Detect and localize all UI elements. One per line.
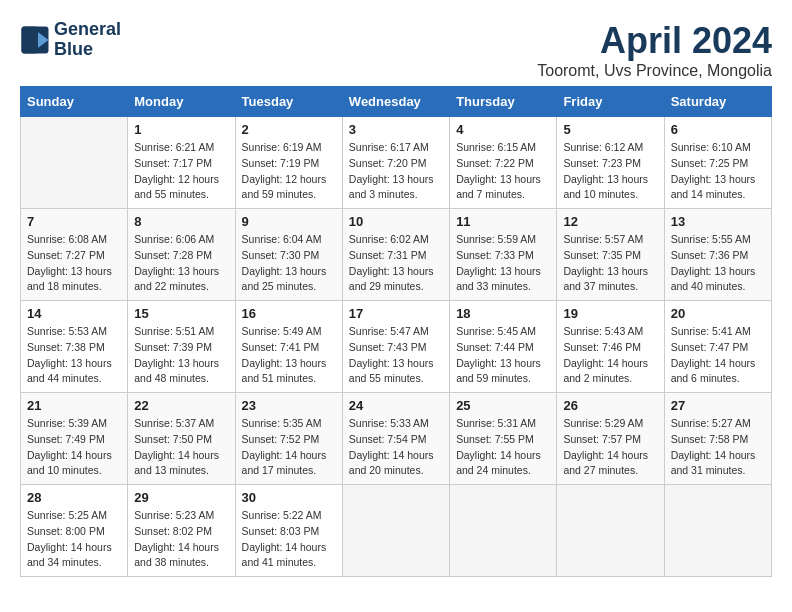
calendar-cell: 16Sunrise: 5:49 AM Sunset: 7:41 PM Dayli… [235, 301, 342, 393]
calendar-week-row: 7Sunrise: 6:08 AM Sunset: 7:27 PM Daylig… [21, 209, 772, 301]
day-number: 24 [349, 398, 443, 413]
day-info: Sunrise: 6:02 AM Sunset: 7:31 PM Dayligh… [349, 232, 443, 295]
weekday-header: Saturday [664, 87, 771, 117]
calendar-week-row: 21Sunrise: 5:39 AM Sunset: 7:49 PM Dayli… [21, 393, 772, 485]
day-info: Sunrise: 5:51 AM Sunset: 7:39 PM Dayligh… [134, 324, 228, 387]
calendar-cell [450, 485, 557, 577]
calendar-cell: 3Sunrise: 6:17 AM Sunset: 7:20 PM Daylig… [342, 117, 449, 209]
day-number: 16 [242, 306, 336, 321]
day-number: 11 [456, 214, 550, 229]
day-number: 3 [349, 122, 443, 137]
day-number: 26 [563, 398, 657, 413]
calendar-cell: 19Sunrise: 5:43 AM Sunset: 7:46 PM Dayli… [557, 301, 664, 393]
calendar-cell: 30Sunrise: 5:22 AM Sunset: 8:03 PM Dayli… [235, 485, 342, 577]
calendar-cell: 7Sunrise: 6:08 AM Sunset: 7:27 PM Daylig… [21, 209, 128, 301]
day-number: 30 [242, 490, 336, 505]
location-title: Tooromt, Uvs Province, Mongolia [537, 62, 772, 80]
day-info: Sunrise: 5:55 AM Sunset: 7:36 PM Dayligh… [671, 232, 765, 295]
logo-text: General Blue [54, 20, 121, 60]
day-number: 7 [27, 214, 121, 229]
calendar-cell: 2Sunrise: 6:19 AM Sunset: 7:19 PM Daylig… [235, 117, 342, 209]
weekday-header: Monday [128, 87, 235, 117]
calendar-cell: 1Sunrise: 6:21 AM Sunset: 7:17 PM Daylig… [128, 117, 235, 209]
calendar-cell: 26Sunrise: 5:29 AM Sunset: 7:57 PM Dayli… [557, 393, 664, 485]
day-number: 9 [242, 214, 336, 229]
calendar-cell: 22Sunrise: 5:37 AM Sunset: 7:50 PM Dayli… [128, 393, 235, 485]
day-info: Sunrise: 6:10 AM Sunset: 7:25 PM Dayligh… [671, 140, 765, 203]
day-number: 8 [134, 214, 228, 229]
day-info: Sunrise: 5:59 AM Sunset: 7:33 PM Dayligh… [456, 232, 550, 295]
day-number: 12 [563, 214, 657, 229]
calendar-cell: 15Sunrise: 5:51 AM Sunset: 7:39 PM Dayli… [128, 301, 235, 393]
day-number: 20 [671, 306, 765, 321]
weekday-header: Friday [557, 87, 664, 117]
day-info: Sunrise: 6:08 AM Sunset: 7:27 PM Dayligh… [27, 232, 121, 295]
day-info: Sunrise: 5:49 AM Sunset: 7:41 PM Dayligh… [242, 324, 336, 387]
day-number: 6 [671, 122, 765, 137]
logo: General Blue [20, 20, 121, 60]
day-info: Sunrise: 5:29 AM Sunset: 7:57 PM Dayligh… [563, 416, 657, 479]
day-number: 19 [563, 306, 657, 321]
day-number: 29 [134, 490, 228, 505]
day-number: 18 [456, 306, 550, 321]
calendar-cell: 11Sunrise: 5:59 AM Sunset: 7:33 PM Dayli… [450, 209, 557, 301]
day-number: 25 [456, 398, 550, 413]
day-info: Sunrise: 5:41 AM Sunset: 7:47 PM Dayligh… [671, 324, 765, 387]
calendar-cell: 17Sunrise: 5:47 AM Sunset: 7:43 PM Dayli… [342, 301, 449, 393]
calendar-cell [557, 485, 664, 577]
weekday-header: Sunday [21, 87, 128, 117]
day-info: Sunrise: 5:37 AM Sunset: 7:50 PM Dayligh… [134, 416, 228, 479]
day-info: Sunrise: 5:25 AM Sunset: 8:00 PM Dayligh… [27, 508, 121, 571]
calendar-cell [664, 485, 771, 577]
calendar-cell: 5Sunrise: 6:12 AM Sunset: 7:23 PM Daylig… [557, 117, 664, 209]
calendar-cell: 4Sunrise: 6:15 AM Sunset: 7:22 PM Daylig… [450, 117, 557, 209]
calendar-cell: 25Sunrise: 5:31 AM Sunset: 7:55 PM Dayli… [450, 393, 557, 485]
day-number: 22 [134, 398, 228, 413]
day-number: 17 [349, 306, 443, 321]
day-info: Sunrise: 5:39 AM Sunset: 7:49 PM Dayligh… [27, 416, 121, 479]
day-info: Sunrise: 5:31 AM Sunset: 7:55 PM Dayligh… [456, 416, 550, 479]
calendar-cell: 24Sunrise: 5:33 AM Sunset: 7:54 PM Dayli… [342, 393, 449, 485]
calendar-cell: 18Sunrise: 5:45 AM Sunset: 7:44 PM Dayli… [450, 301, 557, 393]
day-info: Sunrise: 5:45 AM Sunset: 7:44 PM Dayligh… [456, 324, 550, 387]
calendar-cell [21, 117, 128, 209]
day-number: 27 [671, 398, 765, 413]
calendar-cell: 13Sunrise: 5:55 AM Sunset: 7:36 PM Dayli… [664, 209, 771, 301]
calendar-week-row: 28Sunrise: 5:25 AM Sunset: 8:00 PM Dayli… [21, 485, 772, 577]
calendar-cell: 6Sunrise: 6:10 AM Sunset: 7:25 PM Daylig… [664, 117, 771, 209]
day-info: Sunrise: 5:33 AM Sunset: 7:54 PM Dayligh… [349, 416, 443, 479]
svg-rect-2 [22, 26, 39, 53]
day-info: Sunrise: 5:23 AM Sunset: 8:02 PM Dayligh… [134, 508, 228, 571]
calendar-cell: 8Sunrise: 6:06 AM Sunset: 7:28 PM Daylig… [128, 209, 235, 301]
day-number: 28 [27, 490, 121, 505]
day-info: Sunrise: 6:06 AM Sunset: 7:28 PM Dayligh… [134, 232, 228, 295]
month-title: April 2024 [537, 20, 772, 62]
day-number: 10 [349, 214, 443, 229]
calendar-cell: 14Sunrise: 5:53 AM Sunset: 7:38 PM Dayli… [21, 301, 128, 393]
calendar-week-row: 1Sunrise: 6:21 AM Sunset: 7:17 PM Daylig… [21, 117, 772, 209]
day-info: Sunrise: 5:43 AM Sunset: 7:46 PM Dayligh… [563, 324, 657, 387]
day-info: Sunrise: 6:04 AM Sunset: 7:30 PM Dayligh… [242, 232, 336, 295]
day-info: Sunrise: 5:47 AM Sunset: 7:43 PM Dayligh… [349, 324, 443, 387]
calendar-cell: 28Sunrise: 5:25 AM Sunset: 8:00 PM Dayli… [21, 485, 128, 577]
day-number: 4 [456, 122, 550, 137]
calendar-cell: 12Sunrise: 5:57 AM Sunset: 7:35 PM Dayli… [557, 209, 664, 301]
calendar-cell: 10Sunrise: 6:02 AM Sunset: 7:31 PM Dayli… [342, 209, 449, 301]
weekday-header-row: SundayMondayTuesdayWednesdayThursdayFrid… [21, 87, 772, 117]
day-info: Sunrise: 6:19 AM Sunset: 7:19 PM Dayligh… [242, 140, 336, 203]
weekday-header: Thursday [450, 87, 557, 117]
calendar-cell: 21Sunrise: 5:39 AM Sunset: 7:49 PM Dayli… [21, 393, 128, 485]
logo-icon [20, 25, 50, 55]
day-number: 13 [671, 214, 765, 229]
day-info: Sunrise: 6:21 AM Sunset: 7:17 PM Dayligh… [134, 140, 228, 203]
day-info: Sunrise: 5:53 AM Sunset: 7:38 PM Dayligh… [27, 324, 121, 387]
calendar-cell [342, 485, 449, 577]
calendar-cell: 23Sunrise: 5:35 AM Sunset: 7:52 PM Dayli… [235, 393, 342, 485]
day-number: 1 [134, 122, 228, 137]
day-info: Sunrise: 6:12 AM Sunset: 7:23 PM Dayligh… [563, 140, 657, 203]
calendar-week-row: 14Sunrise: 5:53 AM Sunset: 7:38 PM Dayli… [21, 301, 772, 393]
title-block: April 2024 Tooromt, Uvs Province, Mongol… [537, 20, 772, 80]
day-info: Sunrise: 6:17 AM Sunset: 7:20 PM Dayligh… [349, 140, 443, 203]
day-info: Sunrise: 5:27 AM Sunset: 7:58 PM Dayligh… [671, 416, 765, 479]
calendar-cell: 27Sunrise: 5:27 AM Sunset: 7:58 PM Dayli… [664, 393, 771, 485]
